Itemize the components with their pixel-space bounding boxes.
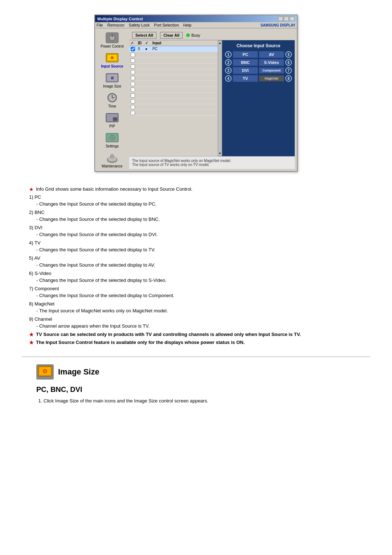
grid-scrollbar[interactable]: ▲ ▼ bbox=[218, 40, 222, 156]
row-checkbox[interactable] bbox=[131, 82, 135, 86]
input-btn-svideo[interactable]: S-Video 6 bbox=[259, 59, 292, 66]
menu-file[interactable]: File bbox=[97, 23, 103, 27]
help-star-2: ★ TV Source can be selected only in prod… bbox=[29, 332, 363, 337]
title-bar-buttons: − □ × bbox=[278, 16, 295, 21]
settings-icon bbox=[105, 131, 120, 144]
row-checkbox[interactable] bbox=[131, 99, 135, 104]
note-2: The Input source of TV works only on TV … bbox=[132, 163, 292, 167]
row-input-value: PC bbox=[152, 47, 216, 51]
grid-and-panel: ✓ ID ✓ Input 0 ● PC bbox=[129, 40, 295, 156]
input-source-panel: Choose Input Source 1 PC AV 5 bbox=[222, 40, 295, 156]
clear-all-button[interactable]: Clear All bbox=[160, 32, 183, 39]
sidebar-item-maintenance[interactable]: Maintenance bbox=[101, 150, 123, 169]
scroll-up-arrow[interactable]: ▲ bbox=[219, 41, 221, 45]
row-status: ● bbox=[145, 47, 152, 51]
input-label-component: Component bbox=[259, 68, 284, 73]
star-icon-2: ★ bbox=[29, 332, 34, 337]
menu-remocon[interactable]: Remocon bbox=[107, 23, 124, 27]
row-checkbox[interactable] bbox=[131, 88, 135, 92]
row-checkbox[interactable] bbox=[131, 93, 135, 98]
help-sub-3: - Changes the Input Source of the select… bbox=[29, 232, 363, 237]
col-check: ✓ bbox=[131, 41, 138, 45]
sidebar-label-maintenance: Maintenance bbox=[102, 164, 122, 168]
input-label-pc: PC bbox=[233, 51, 258, 58]
grid-header: ✓ ID ✓ Input bbox=[129, 40, 218, 46]
display-grid: ✓ ID ✓ Input 0 ● PC bbox=[129, 40, 218, 156]
help-item-1: 1) PC bbox=[29, 194, 363, 200]
row-checkbox[interactable] bbox=[131, 47, 135, 51]
menu-help[interactable]: Help bbox=[183, 23, 192, 27]
time-icon bbox=[105, 91, 120, 104]
help-item-6: 6) S-Video bbox=[29, 271, 363, 276]
input-num-7: 7 bbox=[285, 67, 292, 74]
sidebar-label-power: Power Control bbox=[101, 44, 123, 48]
sidebar-item-settings[interactable]: Settings bbox=[104, 130, 121, 149]
section-header: Image Size bbox=[29, 364, 363, 380]
help-star-2-text: TV Source can be selected only in produc… bbox=[36, 332, 301, 337]
image-size-steps: Click Image Size of the main icons and t… bbox=[29, 398, 363, 404]
svg-point-21 bbox=[110, 154, 114, 158]
table-row bbox=[129, 98, 218, 104]
input-label-dvi: DVI bbox=[233, 67, 258, 74]
input-btn-magicnet[interactable]: MagicNet 8 bbox=[259, 75, 292, 82]
help-item-3: 3) DVI bbox=[29, 225, 363, 230]
input-btn-tv[interactable]: 4 TV bbox=[225, 75, 258, 82]
input-num-4: 4 bbox=[225, 75, 232, 82]
close-button[interactable]: × bbox=[290, 16, 295, 21]
row-checkbox[interactable] bbox=[131, 58, 135, 63]
row-checkbox[interactable] bbox=[131, 111, 135, 115]
sidebar-item-power-control[interactable]: Power Control bbox=[100, 31, 124, 49]
row-checkbox[interactable] bbox=[131, 76, 135, 80]
sidebar-item-pip[interactable]: PIP bbox=[104, 110, 121, 129]
maintenance-icon bbox=[105, 151, 120, 164]
pip-icon bbox=[105, 111, 120, 124]
scroll-down-arrow[interactable]: ▼ bbox=[219, 152, 221, 155]
table-row[interactable]: 0 ● PC bbox=[129, 46, 218, 52]
help-sub-1: - Changes the Input Source of the select… bbox=[29, 201, 363, 207]
help-sub-7: - Changes the Input Source of the select… bbox=[29, 293, 363, 298]
note-1: The Input source of MagicNet works only … bbox=[132, 159, 292, 163]
input-btn-dvi[interactable]: 3 DVI bbox=[225, 67, 258, 74]
input-num-5: 5 bbox=[285, 51, 292, 58]
menu-port-selection[interactable]: Port Selection bbox=[154, 23, 179, 27]
select-all-button[interactable]: Select All bbox=[132, 32, 156, 39]
row-checkbox[interactable] bbox=[131, 64, 135, 69]
table-row bbox=[129, 104, 218, 110]
input-label-svideo: S-Video bbox=[259, 59, 284, 66]
svg-rect-15 bbox=[113, 118, 117, 121]
help-num-1: 1) PC bbox=[29, 194, 41, 200]
table-row bbox=[129, 93, 218, 98]
col-input: Input bbox=[152, 41, 216, 45]
sidebar-item-image-size[interactable]: ⊞ Image Size bbox=[102, 70, 122, 89]
input-label-av: AV bbox=[259, 51, 284, 58]
help-item-4: 4) TV bbox=[29, 240, 363, 246]
title-bar: Multiple Display Control − □ × bbox=[95, 15, 297, 22]
help-section: ★ Info Grid shows some basic information… bbox=[22, 186, 370, 345]
input-num-6: 6 bbox=[285, 59, 292, 66]
input-label-magicnet: MagicNet bbox=[259, 76, 284, 81]
input-btn-av[interactable]: AV 5 bbox=[259, 51, 292, 58]
row-checkbox[interactable] bbox=[131, 53, 135, 57]
maximize-button[interactable]: □ bbox=[284, 16, 289, 21]
help-num-6: 6) S-Video bbox=[29, 271, 51, 276]
minimize-button[interactable]: − bbox=[278, 16, 283, 21]
star-icon-3: ★ bbox=[29, 340, 34, 345]
input-num-1: 1 bbox=[225, 51, 232, 58]
menu-safety-lock[interactable]: Safety Lock bbox=[129, 23, 150, 27]
input-btn-component[interactable]: Component 7 bbox=[259, 67, 292, 74]
help-num-8: 8) MagicNet bbox=[29, 301, 54, 307]
svg-point-18 bbox=[111, 137, 113, 139]
input-btn-bnc[interactable]: 2 BNC bbox=[225, 59, 258, 66]
sidebar-item-time[interactable]: Time bbox=[104, 90, 121, 109]
input-btn-pc[interactable]: 1 PC bbox=[225, 51, 258, 58]
help-sub-9: - Channel arrow appears when the Input S… bbox=[29, 323, 363, 329]
help-sub-6: - Changes the Input Source of the select… bbox=[29, 278, 363, 283]
row-checkbox[interactable] bbox=[131, 105, 135, 109]
window-title: Multiple Display Control bbox=[97, 17, 143, 21]
row-checkbox[interactable] bbox=[131, 70, 135, 74]
sidebar-item-input-source[interactable]: Input Source bbox=[100, 50, 124, 69]
input-source-title: Choose Input Source bbox=[225, 43, 292, 48]
app-window: Multiple Display Control − □ × File Remo… bbox=[94, 15, 298, 172]
sidebar-label-time: Time bbox=[108, 104, 116, 108]
busy-indicator: Busy bbox=[186, 33, 200, 37]
